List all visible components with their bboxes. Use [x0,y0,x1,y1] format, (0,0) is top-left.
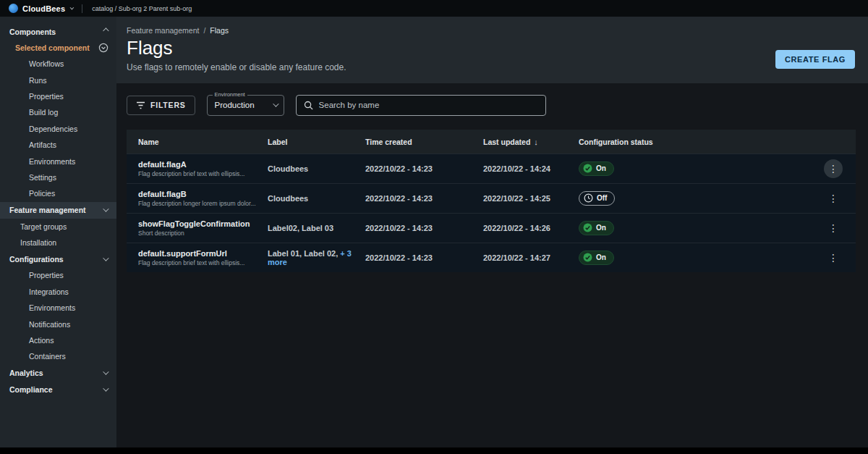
sidebar-item-config-integrations[interactable]: Integrations [0,284,116,300]
status-cell: On [579,251,824,266]
sidebar-section-label: Components [9,28,56,36]
flag-name[interactable]: default.flagA [138,160,268,169]
item-label: Properties [29,92,64,101]
sidebar-section-analytics[interactable]: Analytics [0,365,116,382]
item-label: Settings [29,173,56,182]
status-toggle-badge[interactable]: On [579,221,614,235]
chevron-down-icon [103,206,109,211]
table-row[interactable]: default.supportFormUrl Flag description … [127,243,856,272]
item-label: Target groups [20,222,67,231]
status-label: On [596,253,606,261]
sidebar-item-installation[interactable]: Installation [0,235,116,251]
flag-name[interactable]: showFlagToggleConfirmation [138,219,268,228]
environment-select-label: Environment [213,91,247,98]
sidebar-section-label: Compliance [9,385,53,394]
flag-description: Flag description brief text with ellipsi… [138,170,268,177]
status-cell: Off [579,191,824,206]
sidebar-item-config-notifications[interactable]: Notifications [0,316,116,332]
page-header: Feature management/Flags Flags Use flags… [116,17,868,83]
sidebar-item-config-actions[interactable]: Actions [0,332,116,348]
flag-label: Cloudbees [268,194,365,203]
chevron-down-icon [273,101,278,106]
column-header-time-created[interactable]: Time created [365,138,483,146]
table-row[interactable]: default.flagA Flag description brief tex… [127,154,856,183]
flag-name[interactable]: default.supportFormUrl [138,249,268,258]
flag-name-cell: default.flagA Flag description brief tex… [138,160,268,177]
last-updated: 2022/10/22 - 14:27 [483,253,579,262]
breadcrumb-separator: / [203,26,205,35]
filter-icon [136,101,145,109]
last-updated: 2022/10/22 - 14:24 [483,164,579,173]
sidebar-item-dependencies[interactable]: Dependencies [0,121,116,137]
sidebar-item-workflows[interactable]: Workflows [0,56,116,72]
sidebar-section-label: Analytics [9,369,43,377]
column-header-name[interactable]: Name [138,138,268,146]
filters-row: FILTERS Environment Production [127,94,868,116]
sidebar-section-feature-management[interactable]: Feature management [0,202,116,219]
chevron-down-icon [103,385,109,391]
item-label: Workflows [29,59,64,68]
search-input[interactable] [319,101,538,109]
topbar: CloudBees catalog / Sub-org 2 Parent sub… [0,0,868,17]
item-label: Containers [29,352,66,361]
sidebar-item-config-containers[interactable]: Containers [0,348,116,364]
row-actions-kebab-icon[interactable]: ⋮ [824,248,843,267]
cloudbees-logo-text[interactable]: CloudBees [22,4,65,13]
table-row[interactable]: showFlagToggleConfirmation Short descrip… [127,213,856,243]
row-actions-kebab-icon[interactable]: ⋮ [824,219,843,237]
item-label: Actions [29,336,54,345]
column-header-label[interactable]: Label [268,138,365,146]
component-switcher-icon[interactable] [98,43,109,53]
item-label: Runs [29,76,47,85]
org-switcher-chevron-down-icon[interactable] [70,5,75,9]
environment-select[interactable]: Environment Production [207,95,284,116]
create-flag-button[interactable]: CREATE FLAG [775,50,855,69]
flag-name[interactable]: default.flagB [138,190,268,198]
status-toggle-badge[interactable]: On [579,251,614,265]
flag-label: Label 01, Label 02, + 3 more [268,249,365,266]
flag-label-text: Label 01, Label 02, [268,249,338,258]
sidebar-section-components[interactable]: Components [0,23,116,40]
status-toggle-badge[interactable]: Off [579,191,615,206]
sidebar-item-config-properties[interactable]: Properties [0,267,116,283]
status-toggle-badge[interactable]: On [579,161,614,176]
status-cell: On [579,221,824,236]
sidebar-item-target-groups[interactable]: Target groups [0,219,116,235]
sidebar-item-selected-component[interactable]: Selected component [0,40,116,56]
item-label: Artifacts [29,140,56,149]
sidebar-item-artifacts[interactable]: Artifacts [0,137,116,153]
sidebar-section-compliance[interactable]: Compliance [0,382,116,398]
sidebar-item-build-log[interactable]: Build log [0,104,116,120]
environment-selected-value: Production [215,101,255,109]
flag-name-cell: default.flagB Flag description longer lo… [138,190,268,207]
status-label: Off [597,194,607,202]
column-header-configuration-status[interactable]: Configuration status [579,138,824,146]
breadcrumb-current: Flags [210,26,229,35]
item-label: Policies [29,189,55,198]
sidebar-section-configurations[interactable]: Configurations [0,251,116,267]
item-label: Environments [29,303,75,312]
breadcrumb-parent[interactable]: Feature management [127,26,199,35]
flag-description: Flag description longer lorem ipsum dolo… [138,200,268,207]
check-circle-icon [583,253,592,262]
check-circle-icon [583,164,592,173]
filters-button[interactable]: FILTERS [127,96,195,115]
actions-cell: ⋮ [824,248,856,267]
last-updated: 2022/10/22 - 14:25 [483,194,579,203]
sidebar-item-runs[interactable]: Runs [0,72,116,88]
column-header-last-updated[interactable]: Last updated↓ [483,138,579,146]
sidebar-item-properties[interactable]: Properties [0,88,116,104]
row-actions-kebab-icon[interactable]: ⋮ [824,159,843,178]
sidebar-item-environments[interactable]: Environments [0,153,116,169]
sidebar-item-config-environments[interactable]: Environments [0,300,116,316]
sort-descending-icon[interactable]: ↓ [534,138,538,146]
status-label: On [596,224,606,232]
org-breadcrumb[interactable]: catalog / Sub-org 2 Parent sub-org [92,5,192,12]
page-title: Flags [127,37,173,59]
row-actions-kebab-icon[interactable]: ⋮ [824,189,843,208]
table-row[interactable]: default.flagB Flag description longer lo… [127,183,856,213]
flag-description: Flag description brief text with ellipsi… [138,259,268,266]
item-label: Installation [20,238,56,247]
sidebar-item-settings[interactable]: Settings [0,169,116,185]
sidebar-item-policies[interactable]: Policies [0,185,116,201]
